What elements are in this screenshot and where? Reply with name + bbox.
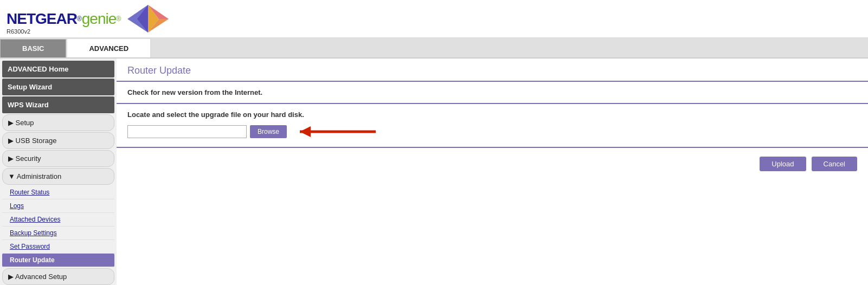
content-header: Router Update	[117, 59, 868, 82]
netgear-reg: ®	[77, 15, 82, 23]
sidebar-sub-router-update[interactable]: Router Update	[2, 254, 114, 267]
sidebar-item-advanced-setup[interactable]: ▶ Advanced Setup	[2, 268, 114, 285]
file-path-input[interactable]	[127, 125, 247, 138]
tabs: BASIC ADVANCED	[0, 38, 868, 59]
sidebar-sub-set-password[interactable]: Set Password	[2, 240, 114, 254]
sidebar-item-setup-wizard[interactable]: Setup Wizard	[2, 79, 114, 95]
genie-logo: genie	[82, 10, 117, 28]
content-area: Router Update Check for new version from…	[117, 59, 868, 285]
check-update-section: Check for new version from the Internet.	[117, 82, 868, 104]
netgear-logo: NETGEAR	[7, 10, 77, 28]
browse-arrow-icon	[294, 123, 381, 140]
sidebar-sub-router-status[interactable]: Router Status	[2, 186, 114, 199]
sidebar-item-setup[interactable]: ▶ Setup	[2, 114, 114, 131]
sidebar: ADVANCED Home Setup Wizard WPS Wizard ▶ …	[0, 59, 117, 285]
svg-marker-7	[300, 126, 311, 137]
logo-area: NETGEAR® genie®	[7, 4, 170, 34]
file-input-row: Browse	[127, 123, 857, 140]
sidebar-item-usb-storage[interactable]: ▶ USB Storage	[2, 132, 114, 149]
page-title: Router Update	[127, 65, 191, 76]
sidebar-item-advanced-home[interactable]: ADVANCED Home	[2, 61, 114, 77]
sidebar-item-wps-wizard[interactable]: WPS Wizard	[2, 96, 114, 113]
router-model: R6300v2	[7, 28, 30, 35]
sidebar-item-security[interactable]: ▶ Security	[2, 150, 114, 167]
diamond-logo	[126, 4, 170, 34]
browse-button[interactable]: Browse	[250, 125, 287, 138]
sidebar-sub-attached-devices[interactable]: Attached Devices	[2, 213, 114, 226]
tab-basic[interactable]: BASIC	[0, 39, 66, 57]
sidebar-item-administration[interactable]: ▼ Administration	[2, 168, 114, 185]
locate-file-section: Locate and select the upgrade file on yo…	[117, 104, 868, 148]
upload-button[interactable]: Upload	[760, 157, 806, 171]
sidebar-sub-backup-settings[interactable]: Backup Settings	[2, 226, 114, 240]
tab-advanced[interactable]: ADVANCED	[66, 38, 151, 57]
check-update-text: Check for new version from the Internet.	[127, 88, 262, 96]
locate-text: Locate and select the upgrade file on yo…	[127, 111, 857, 119]
cancel-button[interactable]: Cancel	[812, 157, 857, 171]
main-layout: ADVANCED Home Setup Wizard WPS Wizard ▶ …	[0, 59, 868, 285]
svg-marker-3	[127, 5, 148, 33]
arrow-indicator	[294, 123, 381, 140]
genie-reg: ®	[116, 15, 121, 23]
sidebar-sub-logs[interactable]: Logs	[2, 199, 114, 213]
action-buttons: Upload Cancel	[117, 148, 868, 180]
sidebar-sub-items: Router Status Logs Attached Devices Back…	[2, 186, 114, 267]
